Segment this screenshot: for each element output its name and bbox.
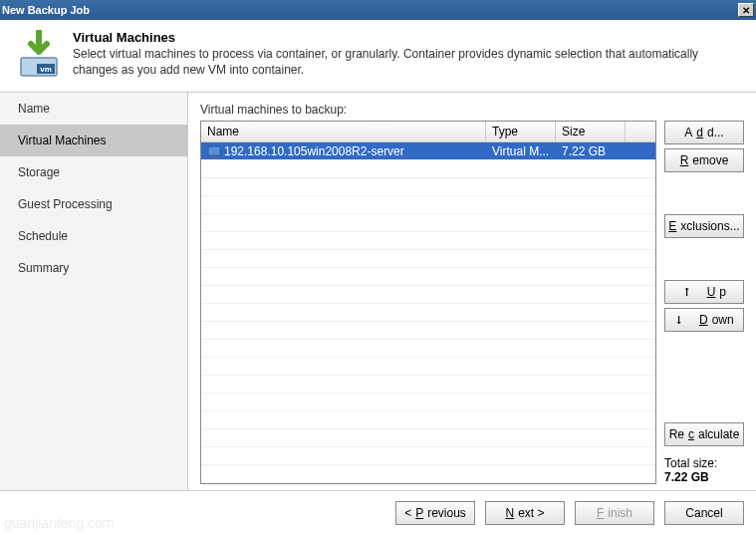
cell-name: 192.168.10.105win2008R2-server xyxy=(224,144,404,158)
next-button[interactable]: Next > xyxy=(485,501,565,525)
svg-rect-4 xyxy=(211,156,217,157)
svg-text:vm: vm xyxy=(40,65,52,74)
table-row[interactable] xyxy=(201,178,655,196)
remove-button[interactable]: Remove xyxy=(664,148,744,172)
header-title: Virtual Machines xyxy=(73,30,741,45)
step-virtual-machines[interactable]: Virtual Machines xyxy=(0,125,187,156)
table-row[interactable] xyxy=(201,447,655,465)
step-name[interactable]: Name xyxy=(0,93,187,125)
arrow-up-icon: 🠕 xyxy=(682,287,692,298)
total-size: Total size: 7.22 GB xyxy=(664,456,744,484)
total-size-value: 7.22 GB xyxy=(664,470,744,484)
step-schedule[interactable]: Schedule xyxy=(0,220,187,252)
table-row[interactable] xyxy=(201,322,655,340)
table-row[interactable] xyxy=(201,376,655,394)
window-title: New Backup Job xyxy=(2,4,90,16)
col-header-size[interactable]: Size xyxy=(556,122,626,141)
vm-table[interactable]: Name Type Size 192.168.10.105win2008R2-s… xyxy=(200,121,656,484)
col-header-type[interactable]: Type xyxy=(486,122,556,141)
add-button[interactable]: Add... xyxy=(664,121,744,144)
up-button[interactable]: 🠕 Up xyxy=(664,280,744,304)
finish-button: Finish xyxy=(575,501,654,525)
table-row[interactable] xyxy=(201,250,655,268)
table-row[interactable] xyxy=(201,411,655,429)
cancel-button[interactable]: Cancel xyxy=(664,501,744,525)
table-row[interactable] xyxy=(201,394,655,411)
close-button[interactable]: ✕ xyxy=(738,3,754,17)
recalculate-button[interactable]: Recalculate xyxy=(664,422,744,446)
table-row[interactable] xyxy=(201,196,655,214)
exclusions-button[interactable]: Exclusions... xyxy=(664,214,744,238)
wizard-footer: < Previous Next > Finish Cancel xyxy=(0,490,756,535)
arrow-down-icon: 🠗 xyxy=(674,315,684,326)
table-row[interactable] xyxy=(201,429,655,447)
table-row[interactable] xyxy=(201,304,655,322)
table-row[interactable] xyxy=(201,286,655,304)
cell-size: 7.22 GB xyxy=(556,143,626,159)
header-description: Select virtual machines to process via c… xyxy=(73,47,741,78)
table-header-row: Name Type Size xyxy=(201,122,655,142)
down-button[interactable]: 🠗 Down xyxy=(664,308,744,332)
vm-header-icon: vm xyxy=(15,30,63,78)
cell-type: Virtual M... xyxy=(486,143,556,159)
table-row[interactable] xyxy=(201,214,655,232)
table-row[interactable] xyxy=(201,465,655,483)
step-summary[interactable]: Summary xyxy=(0,252,187,284)
vm-row-icon xyxy=(207,145,221,157)
total-size-label: Total size: xyxy=(664,456,744,470)
table-row[interactable]: 192.168.10.105win2008R2-serverVirtual M.… xyxy=(201,142,655,160)
previous-button[interactable]: < Previous xyxy=(395,501,475,525)
col-header-name[interactable]: Name xyxy=(201,122,486,141)
title-bar: New Backup Job ✕ xyxy=(0,0,756,20)
col-header-end xyxy=(626,122,655,141)
table-row[interactable] xyxy=(201,340,655,358)
table-row[interactable] xyxy=(201,358,655,376)
vm-list-label: Virtual machines to backup: xyxy=(200,103,744,117)
wizard-header: vm Virtual Machines Select virtual machi… xyxy=(0,20,756,93)
step-guest-processing[interactable]: Guest Processing xyxy=(0,188,187,220)
wizard-steps: Name Virtual Machines Storage Guest Proc… xyxy=(0,93,188,490)
table-row[interactable] xyxy=(201,232,655,250)
table-row[interactable] xyxy=(201,268,655,286)
table-row[interactable] xyxy=(201,160,655,178)
svg-rect-3 xyxy=(208,146,220,155)
step-storage[interactable]: Storage xyxy=(0,156,187,188)
